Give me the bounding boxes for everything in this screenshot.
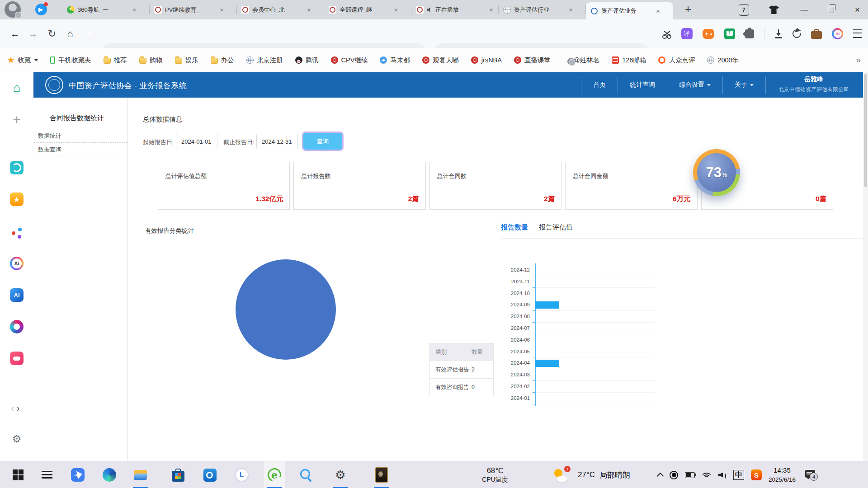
bookmark-item[interactable]: 购物 — [139, 56, 163, 65]
browser-tab[interactable]: 360导航_一× — [62, 0, 150, 19]
tab-close-icon[interactable]: × — [132, 6, 137, 14]
close-button[interactable]: × — [855, 5, 860, 15]
collapse-expand-arrows[interactable]: ‹› — [11, 403, 22, 413]
bookmark-item[interactable]: 观复大嘟 — [422, 56, 459, 65]
clock-widget[interactable]: 14:35 2025/6/16 — [769, 465, 796, 485]
chart-tab[interactable]: 报告数量 — [501, 223, 528, 232]
tab-close-icon[interactable]: × — [488, 6, 494, 14]
minimize-button[interactable]: — — [799, 5, 810, 14]
screenshot-scissors-icon[interactable] — [662, 29, 671, 38]
ai-ring-icon[interactable]: AI — [832, 28, 843, 39]
media-app-icon[interactable] — [10, 320, 24, 333]
start-date-input[interactable]: 2024-01-01 — [176, 134, 217, 149]
end-date-input[interactable]: 2024-12-31 — [256, 134, 298, 149]
forward-button[interactable]: → — [25, 19, 41, 48]
bookmark-item[interactable]: 推荐 — [104, 56, 127, 65]
outlook-icon[interactable] — [199, 461, 220, 488]
browser-tab[interactable]: 资产评估业务× — [586, 2, 673, 19]
bookmark-item[interactable]: 腾讯 — [295, 56, 319, 65]
search-app-icon[interactable] — [296, 461, 316, 488]
start-button[interactable] — [8, 461, 28, 488]
task-view-icon[interactable] — [37, 461, 57, 488]
browser-user-avatar[interactable] — [5, 1, 21, 18]
user-block[interactable]: 岳雅峰 北京中德铭资产评估有限公司 — [769, 75, 859, 94]
ms-store-icon[interactable] — [168, 461, 189, 488]
extensions-puzzle-icon[interactable] — [745, 29, 754, 38]
bookmark-item[interactable]: 办公 — [211, 56, 234, 65]
messages-icon[interactable] — [35, 4, 47, 15]
wifi-icon[interactable] — [702, 471, 712, 479]
bookmark-item[interactable]: 收藏 — [7, 56, 38, 65]
reading-list-icon[interactable] — [724, 28, 735, 39]
scrollbar-thumb[interactable] — [864, 74, 867, 187]
tab-close-icon[interactable]: × — [219, 6, 225, 14]
downloads-icon[interactable] — [774, 29, 783, 38]
bookmark-item[interactable]: CPV继续 — [331, 56, 368, 65]
sidebar-settings-gear-icon[interactable]: ⚙ — [12, 434, 22, 444]
browser-tab[interactable]: PV继续教育_× — [150, 0, 237, 19]
tray-expand-chevron-icon[interactable] — [657, 472, 664, 479]
home-icon[interactable]: ⌂ — [13, 81, 21, 94]
nav-item[interactable]: 首页 — [581, 76, 618, 94]
ime-indicator[interactable]: 中 — [733, 470, 744, 480]
teal-app-icon[interactable] — [10, 161, 24, 174]
tab-close-icon[interactable]: × — [306, 6, 312, 14]
page-scrollbar[interactable] — [863, 72, 868, 461]
favorites-app-icon[interactable]: ★ — [10, 192, 24, 206]
browser-tab[interactable]: 会员中心_北× — [237, 0, 324, 19]
tab-close-icon[interactable]: × — [568, 6, 574, 14]
query-button[interactable]: 查询 — [303, 133, 342, 150]
tab-close-icon[interactable]: × — [393, 6, 399, 14]
bookmark-item[interactable]: 北京注册 — [246, 56, 283, 65]
browser-tab[interactable]: 全部课程_继× — [324, 0, 411, 19]
bookmark-item[interactable]: 马未都 — [380, 56, 410, 65]
xunlei-icon[interactable] — [67, 461, 88, 488]
cpu-temp-widget[interactable]: 68℃ CPU温度 — [470, 461, 520, 488]
weather-text[interactable]: 27°C 局部晴朗 — [578, 461, 630, 488]
browser-tab[interactable]: 资产评估行业× — [499, 0, 586, 19]
file-explorer-icon[interactable] — [130, 461, 151, 488]
record-icon[interactable] — [670, 471, 678, 479]
ai-blue-app-icon[interactable]: AI — [10, 288, 24, 302]
translate-icon[interactable]: 译 — [681, 28, 693, 39]
bookmark-item[interactable]: 直播课堂 — [514, 56, 551, 65]
edge-icon[interactable] — [99, 461, 120, 488]
sogou-icon[interactable]: S — [751, 469, 762, 480]
tab-count-button[interactable]: 7 — [739, 4, 749, 16]
bookmark-item[interactable]: 娱乐 — [175, 56, 198, 65]
restore-session-icon[interactable] — [791, 28, 803, 40]
tab-close-icon[interactable]: × — [655, 7, 661, 15]
volume-icon[interactable] — [718, 472, 726, 479]
weather-icon[interactable]: 1 — [554, 467, 571, 482]
browser-tab[interactable]: 正在播放× — [411, 0, 499, 19]
floating-progress-badge[interactable]: 73% — [693, 149, 740, 196]
bookmark-item[interactable]: 2000年 — [707, 56, 739, 65]
game-window-icon[interactable] — [371, 461, 392, 488]
bookmark-item[interactable]: 126邮箱 — [612, 56, 646, 65]
nav-item[interactable]: 关于 — [723, 76, 766, 94]
new-tab-button[interactable]: + — [681, 2, 695, 17]
game-app-icon[interactable] — [10, 352, 24, 365]
reload-button[interactable]: ↻ — [44, 19, 60, 48]
ai-circle-app-icon[interactable]: Ai — [10, 257, 24, 270]
chart-tab[interactable]: 报告评估值 — [539, 223, 573, 232]
stats-sidebar-item[interactable]: 数据统计 — [33, 129, 127, 142]
nav-item[interactable]: 统计查询 — [618, 76, 667, 94]
add-app-icon[interactable]: + — [13, 113, 21, 127]
menu-hamburger-icon[interactable] — [853, 29, 862, 38]
stats-sidebar-item[interactable]: 数据查询 — [33, 142, 127, 156]
bookmarks-overflow-chevron[interactable]: » — [856, 55, 861, 65]
workspace-briefcase-icon[interactable] — [811, 31, 822, 39]
theme-shirt-icon[interactable] — [769, 5, 779, 14]
browser-360-icon[interactable]: e — [264, 461, 285, 488]
bookmark-item[interactable]: 大众点评 — [658, 56, 695, 65]
clock-app-icon[interactable]: L — [231, 461, 252, 488]
notification-center-icon[interactable]: 4 — [805, 470, 817, 480]
restore-button[interactable] — [828, 7, 834, 13]
settings-gear-icon[interactable]: ⚙ — [330, 461, 351, 488]
game-center-icon[interactable] — [703, 29, 714, 39]
bookmark-item[interactable]: jrsNBA — [471, 56, 502, 64]
home-button[interactable]: ⌂ — [62, 19, 78, 48]
bookmark-item[interactable]: 手机收藏夹 — [50, 56, 91, 65]
molecule-app-icon[interactable] — [10, 226, 24, 239]
